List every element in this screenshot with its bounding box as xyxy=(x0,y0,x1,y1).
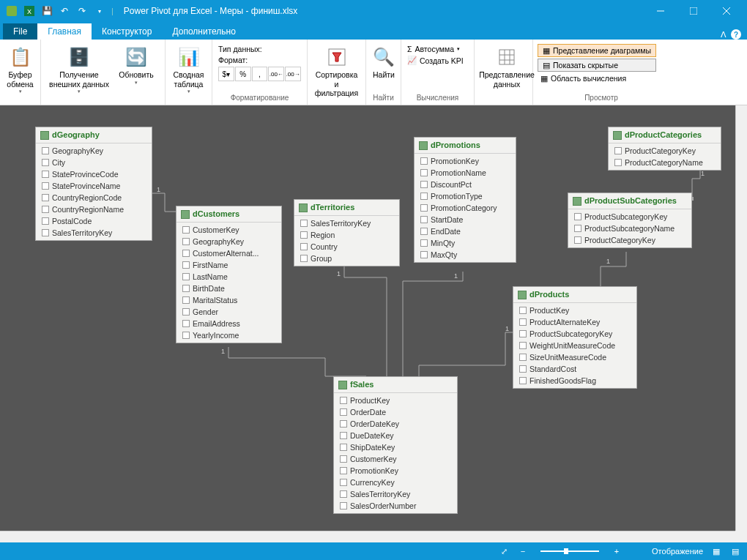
table-field[interactable]: SalesTerritoryKey xyxy=(294,217,399,229)
table-field[interactable]: SalesTerritoryKey xyxy=(36,227,152,239)
table-field[interactable]: Gender xyxy=(176,306,281,318)
table-field[interactable]: Region xyxy=(294,229,399,241)
table-field[interactable]: LastName xyxy=(176,271,281,283)
maximize-button[interactable] xyxy=(677,0,710,22)
currency-button[interactable]: $▾ xyxy=(218,67,234,81)
table-field[interactable]: PromotionCategory xyxy=(415,202,516,214)
table-field[interactable]: Group xyxy=(294,253,399,264)
table-field[interactable]: DueDateKey xyxy=(334,430,457,441)
pivot-table-button[interactable]: 📊 Сводная таблица ▾ xyxy=(170,44,207,97)
table-dGeography[interactable]: dGeographyGeographyKeyCityStateProvinceC… xyxy=(35,127,152,241)
table-field[interactable]: ProductSubcategoryKey xyxy=(513,328,636,340)
decrease-decimal-button[interactable]: .00→ xyxy=(285,67,301,81)
table-field[interactable]: CountryRegionName xyxy=(36,204,152,215)
gridview-icon[interactable]: ▦ xyxy=(710,545,722,557)
close-button[interactable] xyxy=(710,0,743,22)
table-field[interactable]: Country xyxy=(294,241,399,253)
table-dProducts[interactable]: dProductsProductKeyProductAlternateKeyPr… xyxy=(513,286,637,389)
table-dPromotions[interactable]: dPromotionsPromotionKeyPromotionNameDisc… xyxy=(414,137,516,263)
data-view-button[interactable]: Представление данных xyxy=(479,44,535,90)
get-data-button[interactable]: 🗄️ Получение внешних данных ▾ xyxy=(45,44,113,97)
table-field[interactable]: SalesTerritoryKey xyxy=(334,488,457,500)
zoom-slider[interactable] xyxy=(540,550,599,552)
undo-icon[interactable]: ↶ xyxy=(57,4,72,18)
table-field[interactable]: EndDate xyxy=(415,225,516,237)
table-field[interactable]: StateProvinceName xyxy=(36,180,152,192)
table-field[interactable]: CountryRegionCode xyxy=(36,192,152,204)
table-field[interactable]: StateProvinceCode xyxy=(36,168,152,180)
table-field[interactable]: MaritalStatus xyxy=(176,294,281,306)
table-field[interactable]: CustomerAlternat... xyxy=(176,247,281,259)
refresh-button[interactable]: 🔄 Обновить ▾ xyxy=(114,44,158,87)
table-field[interactable]: DiscountPct xyxy=(415,179,516,190)
table-field[interactable]: OrderDateKey xyxy=(334,418,457,430)
table-field[interactable]: MaxQty xyxy=(415,249,516,261)
find-button[interactable]: 🔍 Найти xyxy=(371,44,397,81)
minimize-button[interactable] xyxy=(644,0,677,22)
clipboard-button[interactable]: 📋 Буфер обмена ▾ xyxy=(4,44,36,97)
table-header[interactable]: dTerritories xyxy=(294,200,399,216)
comma-button[interactable]: , xyxy=(252,67,268,81)
table-dProductSubCategories[interactable]: dProductSubCategoriesProductSubcategoryK… xyxy=(568,193,692,248)
qat-dropdown-icon[interactable]: ▾ xyxy=(92,4,107,18)
table-field[interactable]: PromotionType xyxy=(415,190,516,202)
create-kpi-button[interactable]: 📈Создать KPI xyxy=(406,55,465,66)
table-field[interactable]: StartDate xyxy=(415,214,516,225)
zoom-in-icon[interactable]: + xyxy=(611,545,622,557)
table-field[interactable]: CurrencyKey xyxy=(334,477,457,488)
increase-decimal-button[interactable]: .00← xyxy=(268,67,284,81)
table-field[interactable]: SalesOrderNumber xyxy=(334,500,457,512)
table-field[interactable]: PromotionKey xyxy=(415,155,516,167)
table-header[interactable]: fSales xyxy=(334,377,457,393)
table-dCustomers[interactable]: dCustomersCustomerKeyGeographyKeyCustome… xyxy=(176,206,282,343)
horizontal-scrollbar[interactable] xyxy=(0,531,735,542)
table-field[interactable]: ProductSubcategoryKey xyxy=(568,211,691,223)
table-field[interactable]: BirthDate xyxy=(176,283,281,294)
table-field[interactable]: OrderDate xyxy=(334,406,457,418)
table-field[interactable]: PostalCode xyxy=(36,215,152,227)
percent-button[interactable]: % xyxy=(235,67,251,81)
table-field[interactable]: ShipDateKey xyxy=(334,441,457,453)
table-field[interactable]: ProductSubcategoryName xyxy=(568,223,691,234)
table-field[interactable]: CustomerKey xyxy=(176,224,281,236)
zoom-out-icon[interactable]: − xyxy=(517,545,529,557)
tab-advanced[interactable]: Дополнительно xyxy=(162,23,245,40)
table-field[interactable]: CustomerKey xyxy=(334,453,457,465)
table-field[interactable]: SizeUnitMeasureCode xyxy=(513,351,636,363)
table-field[interactable]: FinishedGoodsFlag xyxy=(513,375,636,387)
app-icon[interactable] xyxy=(4,4,19,18)
show-hidden-button[interactable]: ▤Показать скрытые xyxy=(538,59,656,72)
table-field[interactable]: GeographyKey xyxy=(36,145,152,157)
tab-file[interactable]: File xyxy=(3,23,37,40)
table-field[interactable]: ProductKey xyxy=(513,305,636,316)
table-field[interactable]: ProductAlternateKey xyxy=(513,316,636,328)
table-field[interactable]: PromotionName xyxy=(415,167,516,179)
table-header[interactable]: dGeography xyxy=(36,127,152,143)
table-field[interactable]: ProductKey xyxy=(334,395,457,406)
save-icon[interactable]: 💾 xyxy=(40,4,54,18)
table-field[interactable]: MinQty xyxy=(415,237,516,249)
table-dTerritories[interactable]: dTerritoriesSalesTerritoryKeyRegionCount… xyxy=(294,199,400,266)
table-field[interactable]: ProductCategoryKey xyxy=(609,145,721,157)
table-header[interactable]: dPromotions xyxy=(415,138,516,154)
help-icon[interactable]: ? xyxy=(731,29,741,40)
fit-icon[interactable]: ⤢ xyxy=(498,545,510,557)
collapse-ribbon-icon[interactable]: ᐱ xyxy=(721,30,726,40)
table-field[interactable]: PromotionKey xyxy=(334,465,457,477)
table-field[interactable]: EmailAddress xyxy=(176,318,281,329)
table-header[interactable]: dProductCategories xyxy=(609,127,721,143)
table-field[interactable]: ProductCategoryName xyxy=(609,157,721,168)
sort-filter-button[interactable]: Сортировка и фильтрация xyxy=(312,44,361,100)
table-header[interactable]: dCustomers xyxy=(176,206,281,223)
table-field[interactable]: StandardCost xyxy=(513,363,636,375)
table-field[interactable]: FirstName xyxy=(176,259,281,271)
diagram-canvas[interactable]: 1 1 1 1 1 1 1 dGeographyGeographyKeyCity… xyxy=(0,105,735,531)
table-field[interactable]: YearlyIncome xyxy=(176,329,281,341)
tab-design[interactable]: Конструктор xyxy=(92,23,162,40)
table-field[interactable]: City xyxy=(36,157,152,168)
diagramview-icon[interactable]: ▤ xyxy=(729,545,741,557)
vertical-scrollbar[interactable] xyxy=(735,105,747,531)
tab-home[interactable]: Главная xyxy=(37,23,92,40)
autosum-button[interactable]: ΣАвтосумма▾ xyxy=(406,44,465,54)
redo-icon[interactable]: ↷ xyxy=(75,4,89,18)
